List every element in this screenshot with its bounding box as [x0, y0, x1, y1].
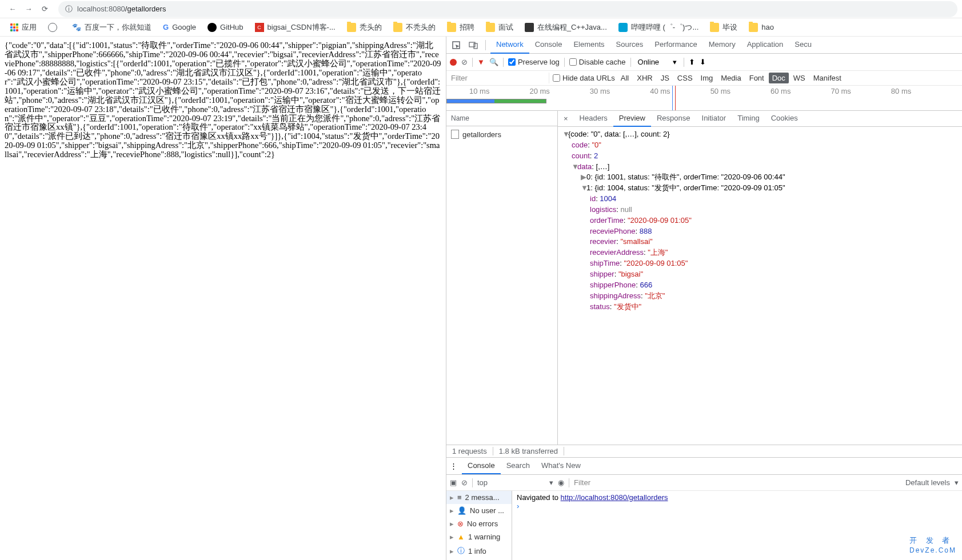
- document-icon: [451, 130, 459, 139]
- bookmark-item[interactable]: 🐾百度一下，你就知道: [69, 20, 155, 35]
- devtools-panel: NetworkConsoleElementsSourcesPerformance…: [446, 37, 962, 560]
- detail-tab-headers[interactable]: Headers: [574, 110, 613, 127]
- filter-type-all[interactable]: All: [617, 73, 632, 83]
- timeline-tick: 10 ms: [469, 87, 489, 95]
- filter-type-ws[interactable]: WS: [790, 73, 809, 83]
- inspect-icon[interactable]: [449, 38, 464, 53]
- drawer-tab-whatsnew[interactable]: What's New: [536, 458, 586, 474]
- reload-button[interactable]: ⟳: [37, 1, 53, 17]
- timeline-tick: 20 ms: [529, 87, 549, 95]
- address-bar[interactable]: ⓘ localhost:8080/getallorders: [58, 1, 957, 17]
- forward-button[interactable]: →: [21, 1, 37, 17]
- network-toolbar: ⊘ ▼ 🔍 Preserve log Disable cache Online▾…: [446, 54, 962, 71]
- search-icon[interactable]: 🔍: [489, 58, 498, 66]
- dom-loaded-line: [672, 86, 673, 110]
- console-filter-input[interactable]: Filter: [574, 478, 901, 487]
- eye-icon[interactable]: ◉: [558, 478, 564, 487]
- levels-select[interactable]: Default levels: [905, 478, 950, 487]
- detail-tab-initiator[interactable]: Initiator: [696, 110, 732, 127]
- bookmark-item[interactable]: 面试: [482, 20, 517, 35]
- devtools-tab-application[interactable]: Application: [741, 36, 789, 54]
- throttle-select[interactable]: Online▾: [636, 57, 680, 67]
- console-filter-row[interactable]: ▸≡2 messa...: [446, 491, 512, 504]
- devtools-tab-sources[interactable]: Sources: [610, 36, 649, 54]
- browser-nav: ← → ⟳ ⓘ localhost:8080/getallorders: [0, 0, 962, 18]
- svg-rect-2: [474, 43, 477, 49]
- bookmark-item[interactable]: 在线编程_C++Java...: [521, 20, 610, 35]
- filter-type-manifest[interactable]: Manifest: [810, 73, 845, 83]
- drawer-tab-search[interactable]: Search: [501, 458, 536, 474]
- detail-tab-response[interactable]: Response: [651, 110, 696, 127]
- folder-icon: [710, 23, 719, 32]
- preview-json[interactable]: ▼{code: "0", data: [,…], count: 2}code: …: [558, 127, 962, 445]
- close-detail-button[interactable]: ×: [560, 111, 572, 126]
- bookmark-item[interactable]: 秃头的: [344, 20, 385, 35]
- bookmark-item[interactable]: [45, 21, 64, 34]
- filter-type-media[interactable]: Media: [717, 73, 744, 83]
- clear-console-button[interactable]: ⊘: [461, 478, 468, 487]
- console-filter-row[interactable]: ▸▲1 warning: [446, 530, 512, 543]
- request-item[interactable]: getallorders: [446, 126, 557, 142]
- filter-label: 1 warning: [468, 533, 500, 541]
- devtools-tab-secu[interactable]: Secu: [789, 36, 817, 54]
- bookmark-item[interactable]: 毕设: [706, 20, 741, 35]
- bookmark-item[interactable]: 不秃头的: [390, 20, 439, 35]
- filter-input[interactable]: Filter: [446, 73, 549, 83]
- bookmark-label: GitHub: [220, 23, 243, 31]
- detail-tab-timing[interactable]: Timing: [732, 110, 765, 127]
- user-icon: 👤: [457, 506, 466, 515]
- folder-icon: [749, 23, 758, 32]
- bookmark-item[interactable]: 招聘: [444, 20, 478, 35]
- filter-type-img[interactable]: Img: [697, 73, 717, 83]
- favicon: 🐾: [72, 23, 81, 31]
- detail-tab-preview[interactable]: Preview: [613, 110, 651, 127]
- bookmark-item[interactable]: GitHub: [204, 21, 246, 34]
- bookmark-item[interactable]: Cbigsai_CSDN博客-...: [252, 20, 339, 35]
- bookmark-item[interactable]: hao: [745, 21, 777, 34]
- request-list: Name getallorders: [446, 111, 558, 445]
- hide-data-urls-checkbox[interactable]: Hide data URLs: [553, 74, 615, 82]
- drawer-tab-console[interactable]: Console: [462, 458, 501, 474]
- filter-type-doc[interactable]: Doc: [769, 73, 789, 83]
- bookmark-item[interactable]: GGoogle: [159, 21, 199, 34]
- download-icon[interactable]: ⬇: [700, 58, 706, 66]
- devtools-tab-elements[interactable]: Elements: [568, 36, 610, 54]
- transferred-size: 1.8 kB transferred: [493, 447, 564, 455]
- nav-url-link[interactable]: http://localhost:8080/getallorders: [561, 493, 668, 502]
- filter-icon[interactable]: ▼: [477, 58, 485, 66]
- record-button[interactable]: [450, 59, 457, 66]
- timeline-tick: 40 ms: [650, 87, 670, 95]
- filter-type-js[interactable]: JS: [657, 73, 673, 83]
- bookmark-item[interactable]: 应用: [7, 20, 40, 35]
- filter-type-font[interactable]: Font: [746, 73, 768, 83]
- preserve-log-checkbox[interactable]: Preserve log: [508, 58, 560, 66]
- upload-icon[interactable]: ⬆: [689, 58, 695, 66]
- console-prompt[interactable]: ›: [517, 502, 957, 510]
- context-select[interactable]: top: [477, 478, 488, 487]
- drawer-menu-icon[interactable]: ⋮: [450, 462, 457, 470]
- sidebar-toggle-icon[interactable]: ▣: [450, 478, 457, 487]
- console-output[interactable]: Navigated to http://localhost:8080/getal…: [512, 491, 962, 560]
- console-filter-row[interactable]: ▸ⓘ1 info: [446, 543, 512, 558]
- devtools-tab-network[interactable]: Network: [490, 36, 529, 54]
- name-column-header[interactable]: Name: [446, 111, 557, 126]
- console-filter-row[interactable]: ▸⊗No errors: [446, 517, 512, 530]
- devtools-tab-console[interactable]: Console: [529, 36, 568, 54]
- devtools-tab-memory[interactable]: Memory: [703, 36, 741, 54]
- back-button[interactable]: ←: [5, 1, 21, 17]
- bookmark-item[interactable]: 哔哩哔哩 (゜-゜)つ...: [615, 20, 702, 35]
- filter-type-xhr[interactable]: XHR: [633, 73, 656, 83]
- disable-cache-checkbox[interactable]: Disable cache: [569, 58, 626, 66]
- waterfall-timeline[interactable]: 10 ms20 ms30 ms40 ms50 ms60 ms70 ms80 ms: [446, 86, 962, 111]
- filter-type-css[interactable]: CSS: [674, 73, 696, 83]
- detail-tab-cookies[interactable]: Cookies: [765, 110, 804, 127]
- devtools-tab-performance[interactable]: Performance: [649, 36, 702, 54]
- folder-icon: [447, 23, 456, 32]
- console-filter-row[interactable]: ▸👤No user ...: [446, 504, 512, 517]
- device-icon[interactable]: [466, 38, 481, 53]
- page-body: {"code":"0","data":[{"id":1001,"status":…: [0, 37, 446, 560]
- clear-button[interactable]: ⊘: [461, 58, 468, 66]
- bookmark-label: Google: [172, 23, 196, 31]
- timeline-tick: 80 ms: [891, 87, 911, 95]
- bookmark-label: 招聘: [460, 22, 474, 33]
